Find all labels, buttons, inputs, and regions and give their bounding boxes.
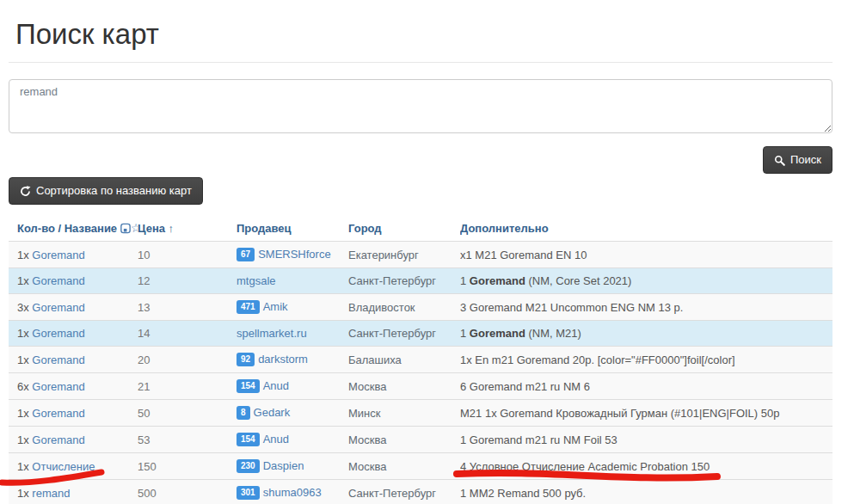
row-price: 12	[138, 268, 236, 294]
card-link[interactable]: Goremand	[32, 249, 84, 261]
row-seller-cell: 230Daspien	[236, 453, 348, 480]
refresh-icon	[20, 186, 31, 197]
row-name-cell: 1x Goremand	[9, 268, 138, 294]
table-row: 1x remand 500 301shuma0963 Санкт-Петербу…	[9, 480, 832, 504]
card-link[interactable]: Goremand	[32, 353, 84, 366]
row-extra: 6 Goremand m21 ru NM 6	[460, 373, 832, 400]
row-city: Санкт-Петербург	[348, 321, 460, 347]
sort-by-name-button[interactable]: Сортировка по названию карт	[9, 177, 203, 205]
star-icon[interactable]: ☆	[131, 221, 138, 235]
table-row: 1x Goremand 20 92darkstorm Балашиха 1x E…	[9, 347, 832, 373]
row-qty: 1x	[17, 274, 32, 287]
row-extra: 1 ММ2 Remand 500 руб.	[460, 480, 832, 504]
seller-link[interactable]: Gedark	[254, 406, 291, 419]
row-qty: 1x	[17, 407, 32, 420]
card-link[interactable]: Goremand	[32, 301, 84, 314]
search-button[interactable]: Поиск	[763, 146, 832, 174]
seller-rating-badge[interactable]: 154	[236, 433, 260, 446]
row-price: 13	[138, 294, 236, 321]
row-name-cell: 1x remand	[9, 480, 138, 504]
row-seller-cell: 471Amik	[236, 294, 348, 321]
seller-rating-badge[interactable]: 8	[236, 406, 250, 420]
row-price: 53	[138, 427, 236, 453]
row-name-cell: 1x Goremand	[9, 321, 138, 347]
row-price: 500	[138, 480, 236, 504]
column-header-price[interactable]: Цена ↑	[138, 215, 236, 242]
seller-link[interactable]: Anud	[263, 433, 289, 446]
row-name-cell: 1x Отчисление	[9, 453, 138, 480]
sort-button-label: Сортировка по названию карт	[36, 184, 192, 198]
row-seller-cell: mtgsale	[236, 268, 348, 294]
seller-link[interactable]: Anud	[263, 379, 289, 392]
column-header-city[interactable]: Город	[348, 215, 460, 242]
row-seller-cell: 67SMERSHforce	[236, 242, 348, 268]
row-extra: 3 Goremand M21 Uncommon ENG NM 13 р.	[460, 294, 832, 321]
table-row: 6x Goremand 21 154Anud Москва 6 Goremand…	[9, 373, 832, 400]
row-price: 20	[138, 347, 236, 373]
row-extra: 1 Goremand (NM, Core Set 2021)	[460, 268, 832, 294]
seller-link[interactable]: Amik	[263, 300, 288, 313]
seller-link[interactable]: SMERSHforce	[258, 248, 331, 261]
seller-link[interactable]: shuma0963	[263, 486, 322, 499]
row-extra: 1 Goremand (NM, M21)	[460, 321, 832, 347]
seller-rating-badge[interactable]: 92	[236, 353, 255, 366]
seller-rating-badge[interactable]: 471	[236, 300, 260, 314]
title-divider	[9, 62, 832, 63]
table-row: 1x Goremand 53 154Anud Москва 1 Goremand…	[9, 427, 832, 453]
card-link[interactable]: Goremand	[32, 407, 84, 420]
seller-link[interactable]: mtgsale	[236, 274, 276, 287]
table-row: 3x Goremand 13 471Amik Владивосток 3 Gor…	[9, 294, 832, 321]
results-body: 1x Goremand 10 67SMERSHforce Екатеринбур…	[9, 242, 832, 504]
search-query-textarea[interactable]: remand	[9, 79, 832, 133]
card-link[interactable]: Goremand	[32, 433, 84, 446]
row-name-cell: 1x Goremand	[9, 427, 138, 453]
row-city: Москва	[348, 373, 460, 400]
row-extra: 1x En m21 Goremand 20p. [color="#FF0000"…	[460, 347, 832, 373]
row-qty: 1x	[17, 353, 32, 366]
row-name-cell: 1x Goremand	[9, 347, 138, 373]
search-icon	[774, 155, 785, 166]
saved-list-icon[interactable]	[120, 223, 131, 234]
row-price: 150	[138, 453, 236, 480]
row-seller-cell: 92darkstorm	[236, 347, 348, 373]
seller-rating-badge[interactable]: 154	[236, 379, 260, 393]
seller-rating-badge[interactable]: 230	[236, 459, 260, 473]
column-header-seller-label: Продавец	[236, 222, 292, 235]
row-seller-cell: 8Gedark	[236, 400, 348, 427]
content-container: Поиск карт remand Поиск Сортировка по на…	[9, 17, 832, 504]
seller-link[interactable]: Daspien	[263, 459, 304, 472]
seller-rating-badge[interactable]: 301	[236, 486, 260, 500]
table-row: 1x Goremand 12 mtgsale Санкт-Петербург 1…	[9, 268, 832, 294]
row-name-cell: 3x Goremand	[9, 294, 138, 321]
seller-rating-badge[interactable]: 67	[236, 248, 255, 261]
row-name-cell: 6x Goremand	[9, 373, 138, 400]
row-price: 21	[138, 373, 236, 400]
row-price: 10	[138, 242, 236, 268]
card-link[interactable]: Goremand	[32, 380, 84, 393]
row-city: Санкт-Петербург	[348, 480, 460, 504]
row-city: Минск	[348, 400, 460, 427]
column-header-city-label: Город	[348, 222, 382, 235]
row-price: 50	[138, 400, 236, 427]
column-header-name[interactable]: Кол-во / Название ☆	[9, 215, 138, 242]
row-qty: 6x	[17, 380, 32, 393]
column-header-seller[interactable]: Продавец	[236, 215, 348, 242]
card-link[interactable]: Отчисление	[32, 460, 95, 473]
row-extra: 4 Условное Отчисление Academic Probation…	[460, 453, 832, 480]
table-header-row: Кол-во / Название ☆ Цена ↑ Продавец	[9, 215, 832, 242]
sort-ascending-arrow-icon: ↑	[169, 222, 175, 235]
column-header-extra[interactable]: Дополнительно	[460, 215, 832, 242]
row-qty: 1x	[17, 460, 32, 473]
card-link[interactable]: remand	[32, 487, 70, 500]
card-link[interactable]: Goremand	[32, 274, 84, 287]
row-city: Екатеринбург	[348, 242, 460, 268]
row-extra: 1 Goremand m21 ru NM Foil 53	[460, 427, 832, 453]
table-row: 1x Goremand 10 67SMERSHforce Екатеринбур…	[9, 242, 832, 268]
search-button-label: Поиск	[790, 153, 821, 167]
column-header-name-label: Кол-во / Название	[17, 222, 117, 235]
card-link[interactable]: Goremand	[32, 327, 84, 340]
seller-link[interactable]: darkstorm	[258, 353, 308, 366]
row-name-cell: 1x Goremand	[9, 242, 138, 268]
seller-link[interactable]: spellmarket.ru	[236, 327, 307, 340]
row-name-cell: 1x Goremand	[9, 400, 138, 427]
